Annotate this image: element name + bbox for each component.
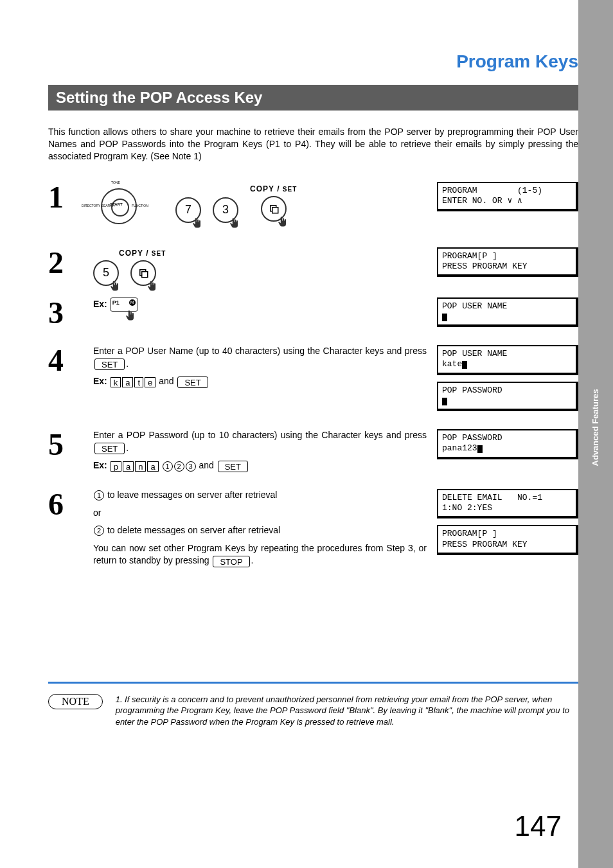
step-number: 6 bbox=[48, 489, 93, 572]
digit-3-button-icon: 3 bbox=[213, 197, 238, 223]
set-keycap: SET bbox=[94, 359, 125, 370]
digit-5-button-icon: 5 bbox=[93, 260, 119, 286]
copy-set-button-icon bbox=[130, 260, 156, 286]
press-hand-icon bbox=[191, 217, 202, 232]
set-keycap: SET bbox=[177, 376, 208, 388]
step-example: Ex: kate and SET bbox=[93, 375, 427, 388]
intro-paragraph: This function allows others to share you… bbox=[48, 126, 578, 163]
char-key: a bbox=[123, 461, 134, 472]
lcd-display: POP USER NAME bbox=[437, 297, 578, 328]
digit-key: 2 bbox=[174, 461, 184, 472]
section-tab-label: Advanced Features bbox=[591, 389, 601, 466]
lcd-display: DELETE EMAIL NO.=1 1:NO 2:YES bbox=[437, 489, 578, 519]
step-number: 1 bbox=[48, 182, 93, 236]
svg-rect-3 bbox=[142, 271, 148, 277]
note-text: 1. If security is a concern and to preve… bbox=[116, 694, 578, 728]
step-example: Ex: pana 123 and SET bbox=[93, 459, 427, 472]
step-text: or bbox=[93, 507, 427, 520]
step-number: 4 bbox=[48, 345, 93, 418]
step-text: Enter a POP User Name (up to 40 characte… bbox=[93, 345, 427, 370]
set-keycap: SET bbox=[218, 461, 248, 472]
press-hand-icon bbox=[109, 280, 120, 295]
char-key: a bbox=[122, 377, 133, 387]
char-key: t bbox=[134, 377, 143, 387]
press-hand-icon bbox=[124, 310, 136, 323]
copy-set-label: COPY / SET bbox=[119, 249, 166, 258]
section-tab: Advanced Features bbox=[578, 392, 613, 463]
lcd-display: POP PASSWORD bbox=[437, 382, 578, 412]
stop-keycap: STOP bbox=[213, 556, 249, 567]
press-hand-icon bbox=[228, 217, 240, 232]
example-label: Ex: bbox=[93, 298, 107, 308]
note-badge: NOTE bbox=[48, 694, 103, 709]
lcd-display: POP PASSWORD pana123 bbox=[437, 429, 578, 459]
lcd-display: PROGRAM[P ] PRESS PROGRAM KEY bbox=[437, 525, 578, 555]
set-keycap: SET bbox=[94, 443, 125, 454]
digit-key: 1 bbox=[94, 490, 104, 500]
char-key: a bbox=[147, 461, 158, 472]
digit-key: 2 bbox=[94, 526, 104, 536]
copy-set-label: COPY / SET bbox=[250, 184, 297, 193]
char-key: p bbox=[111, 461, 121, 472]
char-key: e bbox=[145, 377, 155, 387]
step-text: Enter a POP Password (up to 10 character… bbox=[93, 429, 427, 454]
step-text: You can now set other Program Keys by re… bbox=[93, 542, 427, 567]
digit-key: 3 bbox=[186, 461, 196, 472]
step-text: 1 to leave messages on server after retr… bbox=[93, 489, 427, 502]
char-key: k bbox=[111, 377, 121, 387]
page-number: 147 bbox=[515, 810, 562, 842]
digit-7-button-icon: 7 bbox=[175, 197, 201, 223]
function-dial-icon: TONE DIRECTORY SEARCH FUNCTION START bbox=[93, 184, 164, 236]
char-key: n bbox=[135, 461, 146, 472]
press-hand-icon bbox=[146, 280, 157, 295]
page-title: Program Keys bbox=[48, 51, 578, 72]
lcd-display: POP USER NAME kate bbox=[437, 345, 578, 375]
press-hand-icon bbox=[276, 216, 288, 231]
lcd-display: PROGRAM[P ] PRESS PROGRAM KEY bbox=[437, 247, 578, 278]
step-number: 2 bbox=[48, 247, 93, 286]
step-number: 3 bbox=[48, 297, 93, 334]
lcd-display: PROGRAM (1-5) ENTER NO. OR ∨ ∧ bbox=[437, 182, 578, 212]
copy-set-button-icon bbox=[261, 196, 287, 222]
note-divider bbox=[48, 682, 578, 684]
svg-rect-1 bbox=[272, 207, 278, 213]
section-heading: Setting the POP Access Key bbox=[48, 85, 578, 111]
step-text: 2 to delete messages on server after ret… bbox=[93, 524, 427, 537]
step-number: 5 bbox=[48, 429, 93, 477]
digit-key: 1 bbox=[163, 461, 173, 472]
